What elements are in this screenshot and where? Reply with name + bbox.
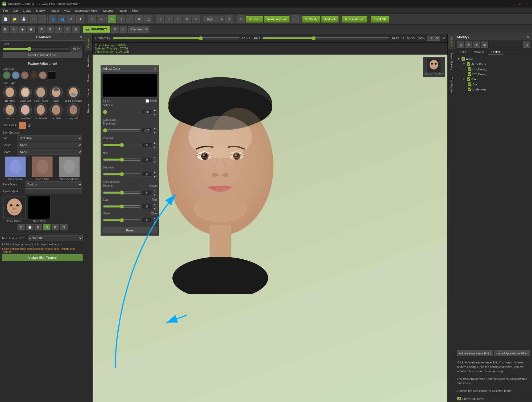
eye-thumb-5[interactable] <box>39 71 47 79</box>
eye-thumb-2[interactable] <box>12 71 20 79</box>
face-btn[interactable]: ☺ <box>120 26 127 33</box>
morph-btn[interactable]: ◈ Morph <box>321 16 339 23</box>
save-btn[interactable]: 💾 <box>20 15 28 23</box>
hue-up-btn[interactable]: ▲ <box>153 155 157 160</box>
minimize-btn[interactable]: — <box>510 1 516 6</box>
icon-btn-3[interactable]: ⊟ <box>35 224 42 230</box>
eye-btn[interactable]: 👁 <box>38 26 45 33</box>
skin-type-scalp[interactable]: Scalp <box>49 86 63 102</box>
tree-cb-underwear[interactable] <box>468 88 471 91</box>
right-panel-close-btn[interactable]: ✕ <box>527 35 530 39</box>
softness-up-btn[interactable]: ▲ <box>153 107 157 112</box>
grid-btn[interactable]: ⊟ <box>72 26 80 33</box>
dialog-reset-btn[interactable]: Reset <box>103 227 157 233</box>
sub-tab-skin[interactable]: Skin <box>457 49 470 55</box>
move-btn[interactable]: ✛ <box>117 15 125 23</box>
eye-thumb-1[interactable] <box>3 71 11 79</box>
menu-edit[interactable]: Edit <box>11 9 20 13</box>
sun-btn[interactable]: ☀ <box>225 15 233 23</box>
window-controls[interactable]: — □ ✕ <box>510 1 530 6</box>
side-tab-headshot[interactable]: Headshot <box>85 51 92 70</box>
saturation-slider[interactable] <box>103 172 141 176</box>
hue-down-btn[interactable]: ▼ <box>153 160 157 164</box>
lens-value-input[interactable] <box>70 47 82 52</box>
close-btn[interactable]: ✕ <box>524 1 530 6</box>
base-roughness-item[interactable]: Base Roughness <box>57 156 82 180</box>
figure2-btn[interactable]: 👥 <box>58 15 66 23</box>
hue-slider[interactable] <box>103 158 141 162</box>
tree-actor-parts[interactable]: ▼ Actor Parts <box>455 61 532 67</box>
new-file-btn[interactable]: 📄 <box>2 15 10 23</box>
face-mask-select[interactable]: Custom <box>26 181 82 187</box>
rotate-btn[interactable]: ○ <box>126 15 134 23</box>
undo-btn[interactable]: ↩ <box>88 15 96 23</box>
update-skin-btn[interactable]: Update Skin Texture <box>2 254 83 261</box>
tree-cb-cc-base-1[interactable] <box>468 67 471 71</box>
redo-btn[interactable]: ↪ <box>97 15 105 23</box>
dialog-btn-1[interactable]: ⊟ <box>103 99 106 103</box>
figure-btn[interactable]: 👤 <box>49 15 57 23</box>
softness-value-input[interactable] <box>142 110 152 114</box>
menu-file[interactable]: File <box>1 9 10 13</box>
import2-btn[interactable]: ↧ <box>64 26 71 33</box>
viewport-3d[interactable]: SCULPT MORPH Adjust Color ✕ ⊟ ⊞ Invert <box>93 55 447 402</box>
side-tab-visual[interactable]: Visual <box>85 85 92 100</box>
skin-type-contour[interactable]: Contour <box>3 103 17 120</box>
brightness-slider[interactable] <box>103 128 141 132</box>
open-btn[interactable]: 📁 <box>11 15 19 23</box>
tree-cc-base-1[interactable]: CC_Base_ <box>455 67 532 72</box>
contrast-slider[interactable] <box>103 143 141 147</box>
transformer-btn[interactable]: ⚙ Transformer <box>342 16 368 23</box>
pose-btn[interactable]: ⚡ Pose <box>246 16 263 23</box>
side-tab-scene[interactable]: Scene <box>85 70 92 85</box>
menu-view[interactable]: View <box>62 9 72 13</box>
rp-icon-3[interactable]: ◈ <box>473 42 480 48</box>
icon-btn-5[interactable]: ⊟ <box>52 224 59 230</box>
show-sub-cb[interactable] <box>457 397 461 400</box>
rp-icon-5[interactable]: ⊡ <box>523 42 530 48</box>
invert-checkbox[interactable] <box>146 99 149 103</box>
menu-submission[interactable]: Submission Tools <box>73 9 100 13</box>
right-tab-tray-render[interactable]: Tray Render <box>448 74 455 97</box>
import-btn[interactable]: ↓ <box>38 15 46 23</box>
tree-bra[interactable]: Bra <box>455 82 532 87</box>
rp-icon-2[interactable]: ✛ <box>465 42 472 48</box>
export-btn[interactable]: ↑ <box>29 15 37 23</box>
skin-type-old-female[interactable]: Old Female <box>34 103 48 120</box>
refresh-btn[interactable]: ↺ <box>67 15 75 23</box>
eye-thumb-3[interactable] <box>21 71 29 79</box>
contrast-down-btn[interactable]: ▼ <box>153 145 157 150</box>
zoom-select[interactable]: ▼ <box>427 36 440 41</box>
headshot-btn[interactable]: 📷 HEADSHOT <box>83 26 110 33</box>
lens-reset-btn[interactable]: ↺ <box>401 36 404 40</box>
tree-cb-cc-base-2[interactable] <box>468 72 471 76</box>
menu-window[interactable]: Window <box>100 9 115 13</box>
tree-actor[interactable]: ▼ Actor <box>455 56 532 61</box>
export2-btn[interactable]: ⬆ <box>76 15 84 23</box>
skin-type-no-mask[interactable]: No Mask <box>3 86 17 102</box>
yellow-down-btn[interactable]: ▼ <box>153 220 157 225</box>
skin-type-beard-scalp[interactable]: Beard and Scalp <box>64 86 82 102</box>
softness-slider[interactable] <box>103 110 141 114</box>
pan-btn[interactable]: △ <box>144 15 152 23</box>
adjust-color-close-btn[interactable]: ✕ <box>153 67 157 71</box>
cyan-up-btn[interactable]: ▲ <box>153 202 157 206</box>
eye2-btn[interactable]: ⊙ <box>47 26 54 33</box>
yellow-value-input[interactable] <box>142 218 152 223</box>
instalod-btn[interactable]: InstaLOD <box>371 16 389 23</box>
saturation-value-input[interactable] <box>142 172 152 177</box>
magenta-down-btn[interactable]: ▼ <box>153 193 157 197</box>
tree-cloth[interactable]: ▼ Cloth <box>455 77 532 82</box>
render-btn[interactable]: ⊕ <box>183 15 191 23</box>
skin-color-refresh-btn[interactable]: ↺ <box>28 123 31 128</box>
activate-btn[interactable]: Activate Appearance Editor <box>457 350 493 356</box>
brightness-value-input[interactable] <box>142 128 152 133</box>
softness-down-btn[interactable]: ▼ <box>153 112 157 117</box>
lens-slider[interactable] <box>3 47 68 51</box>
rp-icon-1[interactable]: ⊡ <box>457 42 464 48</box>
skin-type-sensitive[interactable]: Sensitive <box>18 103 32 120</box>
tree-cb-actor[interactable] <box>462 57 465 61</box>
scalp-select[interactable]: None <box>18 142 82 148</box>
brightness-up-btn[interactable]: ▲ <box>153 126 157 130</box>
photo-diffuse-item[interactable]: Photo Diffuse <box>3 196 26 222</box>
